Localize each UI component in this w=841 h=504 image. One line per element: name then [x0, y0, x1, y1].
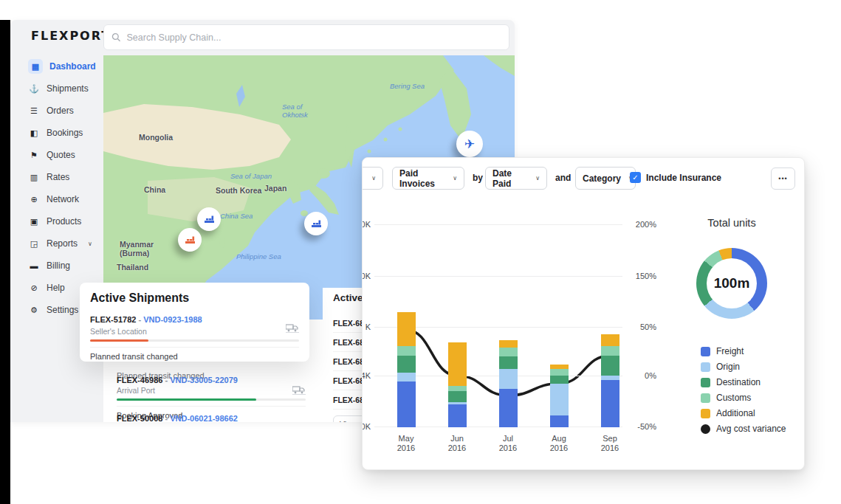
category-dropdown[interactable]: Category ∨	[575, 167, 636, 190]
map-sea-label: China Sea	[220, 212, 253, 220]
bar-segment-destination	[397, 356, 416, 373]
legend-item-avg-cost-variance: Avg cost variance	[701, 424, 786, 434]
vendor-link[interactable]: VND-0923-1988	[143, 315, 202, 324]
sidebar-item-shipments[interactable]: ⚓Shipments	[10, 77, 103, 100]
shipments-icon: ⚓	[28, 81, 40, 96]
connector-by: by	[473, 173, 483, 183]
legend-label: Additional	[716, 408, 755, 418]
legend-label: Origin	[716, 362, 740, 372]
sidebar-item-label: Dashboard	[49, 61, 96, 72]
right-axis-tick: 50%	[625, 322, 656, 331]
sidebar-item-label: Quotes	[47, 150, 75, 160]
truck-icon	[286, 322, 299, 336]
legend-item-destination: Destination	[701, 377, 761, 387]
vendor-link: VND-06021-98662	[170, 414, 238, 422]
bar-segment-freight	[448, 404, 467, 428]
legend-item-additional: Additional	[701, 408, 755, 418]
sidebar-item-label: Reports	[47, 238, 78, 249]
map-label-mongolia: Mongolia	[139, 133, 173, 142]
sidebar-item-products[interactable]: ▣Products	[10, 210, 103, 232]
plane-marker[interactable]: ✈	[456, 131, 483, 157]
legend-swatch	[701, 378, 710, 387]
quotes-icon: ⚑	[28, 148, 40, 162]
shipment-row[interactable]: FLEX-50008 - VND-06021-98662	[117, 414, 306, 422]
legend-label: Freight	[716, 346, 744, 356]
stacked-bar-jul[interactable]	[499, 340, 518, 427]
reports-icon: ◲	[28, 236, 40, 251]
stacked-bar-aug[interactable]	[550, 365, 569, 427]
legend-swatch	[701, 424, 710, 434]
stacked-bar-may[interactable]	[397, 312, 416, 427]
bar-segment-origin	[397, 373, 416, 382]
ship-marker[interactable]	[304, 212, 328, 235]
date-paid-dropdown[interactable]: Date Paid ∨	[485, 167, 547, 190]
legend-swatch	[701, 393, 710, 403]
help-icon: ⊘	[28, 280, 40, 295]
rates-icon: ▥	[28, 170, 40, 184]
chevron-down-icon: ∨	[88, 241, 92, 247]
include-insurance-checkbox[interactable]: ✓	[630, 172, 641, 183]
bar-segment-destination	[601, 356, 619, 376]
clipped-dropdown[interactable]: y ∨	[362, 167, 383, 190]
legend-label: Destination	[716, 377, 761, 387]
bar-segment-destination	[499, 356, 518, 368]
right-axis-tick: 150%	[625, 272, 656, 280]
search-icon	[111, 32, 121, 42]
sidebar-item-bookings[interactable]: ◧Bookings	[10, 122, 103, 144]
flexport-logo: FLEXPORT	[31, 29, 111, 43]
sidebar-item-dashboard[interactable]: ▦Dashboard	[10, 55, 103, 77]
shipment-location: Seller's Location	[90, 327, 299, 336]
truck-icon	[292, 386, 306, 396]
map-label-thailand: Thailand	[117, 263, 148, 272]
dashboard-icon: ▦	[28, 59, 43, 74]
active-shipments-title: Active Shipments	[90, 291, 299, 305]
legend-swatch	[701, 347, 710, 356]
sidebar-item-label: Bookings	[47, 128, 83, 138]
bar-segment-origin	[550, 384, 569, 415]
bar-segment-customs	[601, 346, 619, 355]
left-axis-tick-clipped: 0K	[363, 272, 371, 280]
legend-swatch	[701, 362, 710, 372]
bar-segment-origin	[499, 369, 518, 389]
sidebar-item-label: Shipments	[47, 83, 89, 94]
map-label-japan: Japan	[264, 184, 286, 193]
gridline	[374, 224, 622, 225]
legend-item-customs: Customs	[701, 393, 751, 403]
bar-segment-freight	[397, 382, 416, 427]
chevron-down-icon: ∨	[453, 175, 457, 182]
bar-segment-customs	[499, 348, 518, 356]
sidebar-item-label: Network	[47, 194, 79, 204]
sidebar-item-network[interactable]: ⊕Network	[10, 188, 103, 210]
plane-icon: ✈	[464, 137, 475, 152]
sidebar-item-quotes[interactable]: ⚑Quotes	[10, 144, 103, 166]
cost-analysis-card: y ∨ Paid Invoices ∨ by Date Paid ∨ and C…	[362, 157, 805, 470]
port-marker[interactable]	[178, 228, 202, 252]
billing-icon: ▬	[28, 258, 40, 273]
bar-segment-customs	[448, 386, 467, 391]
orders-icon: ☰	[28, 103, 40, 118]
sidebar-item-reports[interactable]: ◲Reports∨	[10, 232, 103, 255]
right-axis-tick: 0%	[625, 371, 656, 380]
sidebar-item-rates[interactable]: ▥Rates	[10, 166, 103, 188]
left-axis-tick-clipped: 0K	[363, 422, 371, 431]
sidebar-item-billing[interactable]: ▬Billing	[10, 255, 103, 277]
stacked-bar-sep[interactable]	[601, 334, 619, 427]
include-insurance-label: Include Insurance	[646, 173, 721, 183]
paid-invoices-dropdown[interactable]: Paid Invoices ∨	[392, 167, 464, 190]
sidebar-item-label: Products	[47, 216, 81, 227]
more-options-button[interactable]: •••	[771, 168, 795, 190]
port-marker[interactable]	[197, 207, 221, 231]
search-input[interactable]	[127, 32, 502, 43]
network-icon: ⊕	[28, 192, 40, 207]
map-sea-label: Sea of Japan	[230, 172, 272, 180]
donut-title: Total units	[680, 217, 783, 229]
sidebar-item-orders[interactable]: ☰Orders	[10, 100, 103, 122]
left-axis-tick-clipped: 4K	[363, 371, 371, 380]
x-axis-label: Aug2016	[533, 434, 585, 453]
shipment-row[interactable]: FLEX-46986 - VND-33005-22079Arrival Port…	[117, 376, 306, 420]
stacked-bar-jun[interactable]	[448, 342, 467, 427]
settings-icon: ⚙	[28, 303, 40, 317]
right-axis-tick: -50%	[625, 422, 656, 431]
sidebar-item-label: Rates	[47, 172, 69, 182]
search-bar[interactable]	[103, 24, 509, 50]
